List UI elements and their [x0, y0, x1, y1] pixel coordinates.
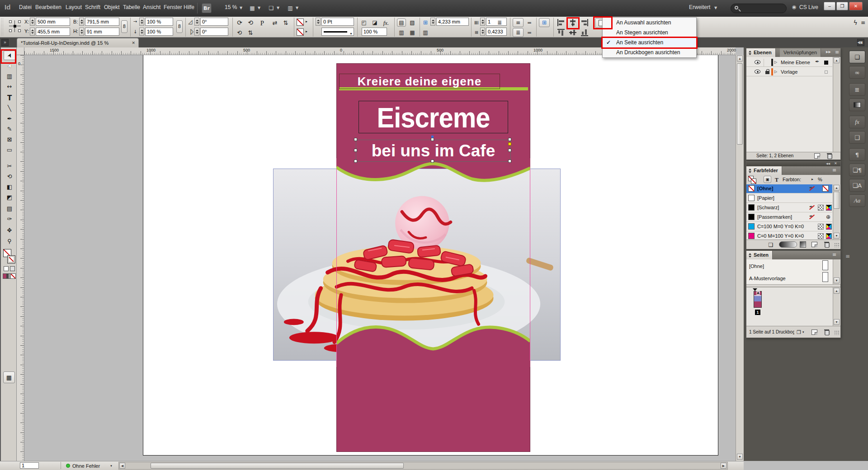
panel-collapse-icon[interactable]: ◀◀: [826, 162, 830, 165]
formatting-text-icon[interactable]: T: [774, 176, 780, 183]
panel-close-icon[interactable]: ✕: [834, 162, 837, 165]
headline-big-frame[interactable]: Eiscreme: [359, 101, 508, 133]
selection-handle[interactable]: [508, 138, 511, 141]
menu-layout[interactable]: Layout: [66, 4, 82, 10]
inset-stepper[interactable]: [430, 18, 435, 26]
layer-visibility-icon[interactable]: [755, 60, 760, 64]
rotate-cw-button[interactable]: ⟳: [235, 19, 244, 27]
swatches-scrollbar[interactable]: ▲ ▼: [833, 184, 840, 240]
gradient-toggle-button[interactable]: [779, 241, 797, 248]
gap-tool[interactable]: ↔: [4, 82, 15, 91]
gradient-swatch-tool[interactable]: ◧: [4, 182, 15, 192]
anchor-point[interactable]: [431, 136, 434, 138]
apply-none-button[interactable]: [10, 273, 16, 279]
preflight-status-text[interactable]: Ohne Fehler: [72, 463, 100, 469]
control-panel-grip[interactable]: [1, 18, 4, 36]
align-left-button[interactable]: [557, 19, 565, 26]
rotation-field[interactable]: 0°: [200, 18, 228, 26]
reference-point-proxy[interactable]: [9, 20, 22, 33]
rectangle-tool[interactable]: ▭: [4, 145, 15, 155]
y-stepper[interactable]: [30, 28, 35, 36]
direct-selection-tool[interactable]: ➤: [4, 61, 15, 70]
shear-stepper[interactable]: [194, 28, 199, 36]
text-wrap-panel-icon[interactable]: ¶: [849, 148, 865, 161]
swatch-row-cyan[interactable]: C=100 M=0 Y=0 K=0: [746, 222, 832, 231]
arrange-documents-arrow-icon[interactable]: ▼: [296, 6, 298, 10]
tab-verknuepfungen[interactable]: Verknüpfungen: [780, 48, 821, 57]
screen-mode-arrow-icon[interactable]: ▼: [277, 6, 279, 10]
screen-mode-button[interactable]: ▦: [3, 371, 15, 383]
scroll-down-icon[interactable]: ▼: [834, 319, 840, 325]
fit-content-icon[interactable]: ▥: [421, 28, 429, 37]
swatch-row-schwarz[interactable]: [Schwarz]: [746, 203, 832, 212]
selection-handle[interactable]: [508, 160, 511, 163]
stroke-proxy-swatch[interactable]: [7, 255, 15, 263]
tint-arrow-icon[interactable]: ▸: [811, 178, 813, 181]
stroke-proxy-icon[interactable]: [751, 179, 756, 184]
tab-farbfelder[interactable]: Farbfelder: [746, 166, 782, 175]
vertical-ruler[interactable]: 0: [17, 55, 24, 461]
line-tool[interactable]: ╲: [4, 103, 15, 113]
layer-target-square[interactable]: [825, 70, 828, 74]
formatting-container-icon[interactable]: ▣: [764, 176, 771, 183]
object-styles-panel-icon[interactable]: ❑: [849, 131, 865, 144]
pages-panel-menu-icon[interactable]: ≡: [832, 252, 836, 257]
width-stepper[interactable]: [79, 18, 84, 26]
free-transform-tool[interactable]: ⟲: [4, 172, 15, 181]
layer-target-square[interactable]: [824, 61, 828, 65]
menu-datei[interactable]: Datei: [19, 4, 32, 10]
layer-row-vorlage[interactable]: ▷ Vorlage: [746, 67, 832, 76]
columns-stepper[interactable]: [480, 18, 485, 26]
character-styles-panel-icon[interactable]: ❏A: [849, 179, 865, 192]
layer-row-meine-ebene[interactable]: ▷ Meine Ebene ✒: [746, 58, 832, 67]
align-right-button[interactable]: [580, 19, 589, 26]
menu-item-an-seite[interactable]: ✓An Seite ausrichten: [603, 38, 696, 47]
masters-scrollbar[interactable]: ▼: [833, 259, 840, 284]
effects-icon[interactable]: fx.: [382, 19, 391, 27]
distribute-top-button[interactable]: [557, 28, 565, 37]
wrap-bounding-button[interactable]: ▧: [408, 19, 417, 27]
headline-small-frame[interactable]: Kreiere deine eigene: [339, 74, 500, 89]
corner-options-handle[interactable]: [508, 142, 511, 146]
pen-tool[interactable]: ✒: [4, 114, 15, 123]
stroke-style-field[interactable]: ▼: [321, 28, 354, 36]
scroll-down-icon[interactable]: ▼: [834, 233, 840, 239]
page-1-thumbnail[interactable]: A: [754, 291, 762, 308]
control-panel-menu-icon[interactable]: ≡: [860, 19, 866, 27]
layer-expand-icon[interactable]: ▷: [774, 70, 777, 74]
swatches-panel-menu-icon[interactable]: ≡: [832, 168, 836, 173]
selection-handle[interactable]: [431, 160, 434, 163]
arrange-documents-icon[interactable]: ▥: [286, 4, 295, 12]
horizontal-scrollbar-thumb[interactable]: [151, 463, 404, 469]
hand-tool[interactable]: ✥: [4, 226, 15, 235]
wrap-jump-button[interactable]: ▦: [408, 28, 417, 37]
stroke-panel-icon[interactable]: ≣: [849, 83, 865, 96]
note-tool[interactable]: ▤: [4, 204, 15, 213]
page-number-field[interactable]: 1: [20, 462, 39, 469]
selection-handle[interactable]: [508, 149, 511, 152]
page-tool[interactable]: ▥: [4, 71, 15, 81]
pages-scrollbar[interactable]: ▲ ▼: [833, 287, 840, 326]
width-field[interactable]: 791,5 mm: [85, 18, 119, 26]
vertical-align-top-button[interactable]: ≡: [513, 18, 524, 27]
vertical-scrollbar-thumb[interactable]: [737, 63, 743, 145]
shear-field[interactable]: 0°: [200, 28, 228, 36]
zoom-level-arrow-icon[interactable]: ▼: [240, 6, 242, 10]
cs-live-button[interactable]: CS Live: [799, 4, 818, 10]
window-minimize-button[interactable]: –: [824, 2, 835, 10]
menu-objekt[interactable]: Objekt: [104, 4, 120, 10]
vertical-scrollbar[interactable]: ▲ ▼: [736, 55, 744, 461]
rotate-180-button[interactable]: ⟳: [235, 28, 244, 37]
scissors-tool[interactable]: ✂: [4, 161, 15, 171]
tab-bar-chevrons-icon[interactable]: »: [1, 39, 9, 46]
layer-expand-icon[interactable]: ▷: [774, 61, 777, 64]
window-maximize-button[interactable]: ❐: [836, 2, 848, 10]
layer-name[interactable]: Vorlage: [781, 69, 797, 75]
constrain-scale-icon[interactable]: 8: [176, 20, 183, 33]
fill-color-swatch[interactable]: [297, 28, 304, 36]
gutter-field[interactable]: 0,4233: [486, 28, 507, 36]
vertical-align-center-button[interactable]: =: [525, 19, 533, 27]
corner-options-icon[interactable]: ◰: [360, 19, 368, 27]
new-page-button[interactable]: [811, 329, 817, 335]
stroke-swatch-arrow-icon[interactable]: ▸: [306, 20, 307, 24]
